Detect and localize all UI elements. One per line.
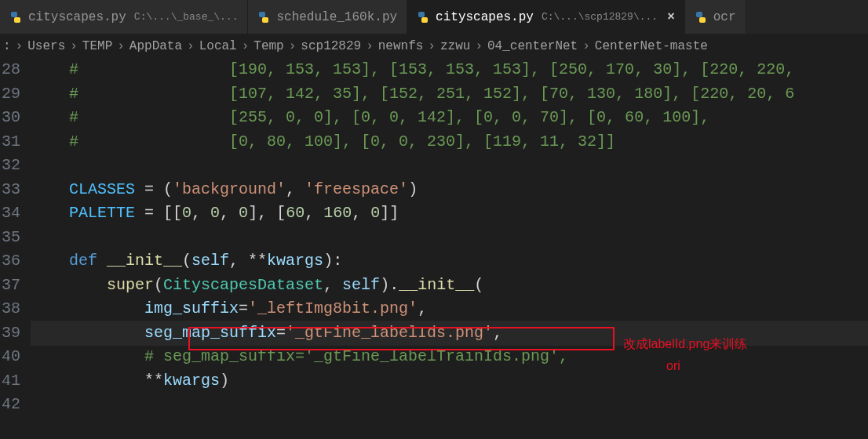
- tab-path: C:\...\scp12829\...: [542, 11, 658, 23]
- python-icon: [9, 11, 22, 24]
- tab-path: C:\...\_base_\...: [134, 11, 239, 23]
- line-number: 33: [0, 178, 20, 202]
- code-comment: # [107, 142, 35], [152, 251, 152], [70, …: [31, 85, 794, 103]
- code-comment: # [255, 0, 0], [0, 0, 142], [0, 0, 70], …: [31, 108, 709, 126]
- tab-label: ocr: [713, 10, 736, 24]
- line-number: 40: [0, 345, 20, 369]
- line-number: 29: [0, 82, 20, 107]
- chevron-right-icon: ›: [16, 39, 24, 53]
- breadcrumb-prefix: :: [3, 39, 11, 53]
- line-number: 42: [0, 393, 20, 417]
- code-string: 'background': [173, 180, 286, 198]
- breadcrumb-segment[interactable]: AppData: [129, 39, 182, 53]
- code-area[interactable]: # [190, 153, 153], [153, 153, 153], [250…: [31, 58, 868, 417]
- breadcrumb-segment[interactable]: newnfs: [378, 39, 424, 53]
- line-number: 31: [0, 130, 20, 154]
- breadcrumb-segment[interactable]: Local: [199, 39, 237, 53]
- code-const: CLASSES: [69, 180, 135, 198]
- editor[interactable]: 28 29 30 31 32 33 34 35 36 37 38 39 40 4…: [0, 58, 868, 417]
- line-number: 30: [0, 106, 20, 130]
- code-line: [31, 393, 868, 417]
- chevron-right-icon: ›: [242, 39, 250, 53]
- code-keyword: def: [69, 252, 97, 270]
- chevron-right-icon: ›: [289, 39, 297, 53]
- line-number: 28: [0, 58, 20, 82]
- breadcrumb-segment[interactable]: Users: [27, 39, 65, 53]
- breadcrumb-segment[interactable]: scp12829: [301, 39, 361, 53]
- python-icon: [417, 11, 429, 24]
- chevron-right-icon: ›: [366, 39, 374, 53]
- chevron-right-icon: ›: [70, 39, 78, 53]
- line-number: 32: [0, 154, 20, 178]
- tab-cityscapes-base[interactable]: cityscapes.py C:\...\_base_\...: [0, 0, 248, 34]
- close-icon[interactable]: ×: [667, 10, 675, 24]
- code-comment: # [0, 80, 100], [0, 0, 230], [119, 11, 3…: [31, 132, 615, 151]
- code-function: __init__: [107, 252, 182, 270]
- code-string: 'freespace': [305, 180, 408, 198]
- tab-bar: cityscapes.py C:\...\_base_\... schedule…: [0, 0, 868, 34]
- code-comment: # [190, 153, 153], [153, 153, 153], [250…: [31, 60, 794, 78]
- code-string: '_leftImg8bit.png': [248, 299, 418, 317]
- svg-rect-2: [259, 12, 265, 17]
- tab-label: cityscapes.py: [28, 10, 126, 24]
- chevron-right-icon: ›: [428, 39, 436, 53]
- line-number: 36: [0, 249, 20, 274]
- chevron-right-icon: ›: [475, 39, 483, 53]
- code-comment: # seg_map_suffix='_gtFine_labelTrainIds.…: [31, 347, 568, 365]
- line-number: 41: [0, 369, 20, 394]
- tab-label: cityscapes.py: [436, 10, 534, 24]
- code-const: PALETTE: [69, 204, 135, 222]
- breadcrumb-segment[interactable]: CenterNet-maste: [595, 39, 708, 53]
- line-number: 35: [0, 226, 20, 250]
- line-number-gutter: 28 29 30 31 32 33 34 35 36 37 38 39 40 4…: [0, 58, 31, 417]
- chevron-right-icon: ›: [187, 39, 195, 53]
- svg-rect-1: [14, 17, 20, 23]
- breadcrumb-segment[interactable]: 04_centerNet: [487, 39, 578, 53]
- tab-schedule[interactable]: schedule_160k.py: [248, 0, 407, 34]
- svg-rect-5: [421, 17, 428, 23]
- breadcrumb-segment[interactable]: zzwu: [440, 39, 470, 53]
- python-icon: [257, 11, 270, 24]
- line-number: 37: [0, 274, 20, 298]
- code-line: [31, 226, 868, 250]
- line-number: 38: [0, 297, 20, 321]
- svg-rect-0: [11, 12, 17, 17]
- tab-label: schedule_160k.py: [276, 10, 397, 24]
- chevron-right-icon: ›: [582, 39, 590, 53]
- svg-rect-6: [696, 12, 702, 17]
- breadcrumb-segment[interactable]: Temp: [253, 39, 283, 53]
- svg-rect-7: [699, 17, 706, 23]
- chevron-right-icon: ›: [117, 39, 125, 53]
- breadcrumb[interactable]: : › Users › TEMP › AppData › Local › Tem…: [0, 34, 868, 58]
- line-number: 39: [0, 321, 20, 346]
- svg-rect-3: [262, 17, 268, 23]
- tab-ocr[interactable]: ocr: [685, 0, 746, 34]
- svg-rect-4: [418, 12, 425, 17]
- breadcrumb-segment[interactable]: TEMP: [82, 39, 112, 53]
- tab-cityscapes-scp[interactable]: cityscapes.py C:\...\scp12829\... ×: [407, 0, 685, 34]
- python-icon: [695, 11, 707, 24]
- code-class: CityscapesDataset: [163, 276, 323, 294]
- line-number: 34: [0, 201, 20, 226]
- code-line: [31, 154, 868, 178]
- code-string: '_gtFine_labelIds.png': [286, 324, 493, 342]
